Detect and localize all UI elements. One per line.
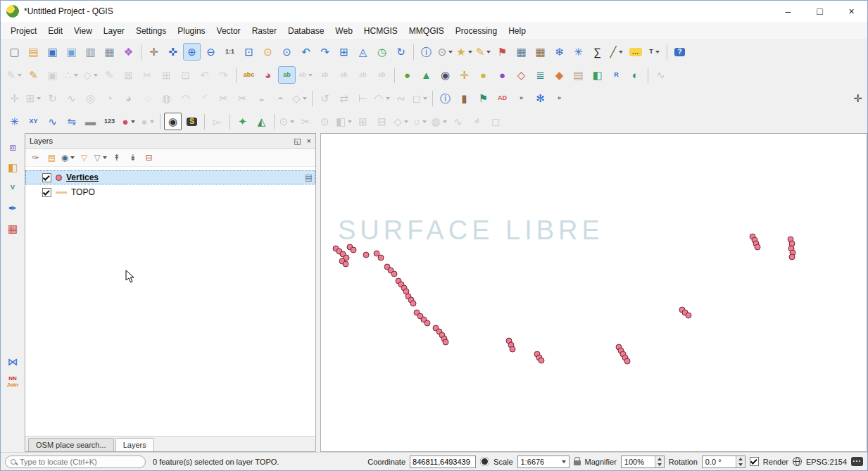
identify-features[interactable]: ⓘ (417, 43, 435, 61)
refresh-map[interactable]: ↻ (392, 43, 410, 61)
layer-item-vertices[interactable]: Vertices▤ (25, 170, 315, 184)
yellow-3d-box-icon[interactable]: ◧ (4, 158, 22, 176)
menu-layer[interactable]: Layer (98, 23, 130, 39)
zoom-full[interactable]: ⊡ (240, 43, 258, 61)
mouse-extent-icon[interactable] (480, 457, 489, 466)
target-crosshair-icon[interactable]: ✛ (849, 89, 867, 107)
layers-stack-purple-icon[interactable]: ⧈ (4, 138, 22, 156)
zoom-to-selection[interactable]: ⊙ (259, 43, 277, 61)
red-hexagon-icon[interactable]: ◇ (512, 66, 530, 84)
paper-map-icon[interactable]: ▤ (570, 66, 587, 84)
purple-globe-icon[interactable]: ● (493, 66, 511, 84)
new-project[interactable]: ▢ (6, 43, 23, 61)
new-map-view[interactable]: ⊞ (335, 43, 353, 61)
zoom-native-resolution[interactable]: 1:1 (221, 43, 239, 61)
nn-network-icon[interactable]: ⋈ (4, 353, 22, 370)
open-layer-styling-panel[interactable]: ✑ (28, 150, 43, 165)
layer-diagram[interactable]: ◕ (259, 66, 277, 84)
menu-help[interactable]: Help (503, 23, 532, 39)
colored-points-icon[interactable]: ● (120, 113, 137, 130)
show-layout-manager[interactable]: ▦ (101, 43, 118, 61)
green-cube-icon[interactable]: ◧ (589, 66, 606, 84)
snowflake-icon[interactable]: ❄ (551, 43, 568, 61)
map-canvas[interactable]: SURFACE LIBRE (320, 133, 867, 452)
float-panel-icon[interactable]: ◱ (294, 137, 301, 146)
xy-letters-icon[interactable]: XY (25, 113, 42, 130)
locate-search[interactable] (5, 456, 146, 468)
ruler-icon[interactable]: ▬ (82, 113, 99, 130)
binoculars-icon[interactable]: ◉ (436, 66, 454, 84)
menu-hcmgis[interactable]: HCMGIS (358, 23, 403, 39)
menu-raster[interactable]: Raster (246, 23, 282, 39)
blue-gears-icon[interactable]: ✻ (532, 89, 549, 107)
log-messages-icon[interactable] (851, 457, 863, 466)
measure-line[interactable]: ╱ (608, 43, 625, 61)
toggle-editing[interactable]: ✎ (25, 66, 42, 84)
collapse-all[interactable]: ↡ (125, 150, 140, 165)
close-panel-icon[interactable]: × (307, 137, 311, 145)
barrel-icon[interactable]: ▮ (455, 89, 473, 107)
locate-input[interactable] (20, 458, 140, 466)
pan-map[interactable]: ✛ (145, 43, 163, 61)
orange-polygon-icon[interactable]: ◆ (551, 66, 568, 84)
menu-vector[interactable]: Vector (211, 23, 246, 39)
map-tips[interactable]: … (627, 43, 644, 61)
filter-legend-by-expression[interactable]: ▽ (93, 150, 108, 165)
style-manager[interactable]: ❖ (120, 43, 137, 61)
menu-project[interactable]: Project (5, 23, 42, 39)
nn-join-text-icon[interactable]: NNJoin (4, 373, 22, 391)
menu-database[interactable]: Database (282, 23, 329, 39)
new-3d-map-view[interactable]: ◬ (354, 43, 372, 61)
v-vertices-icon[interactable]: V (4, 179, 22, 196)
select-by-value[interactable]: ★ (455, 43, 473, 61)
coordinate-input[interactable] (410, 456, 476, 468)
blue-squiggle-icon[interactable]: ∿ (44, 113, 61, 130)
s-letter-chip-icon[interactable]: S (183, 113, 201, 130)
crs-label[interactable]: EPSG:2154 (806, 458, 847, 466)
open-project[interactable]: ▤ (25, 43, 42, 61)
coordinate-capture-icon[interactable]: ✛ (455, 66, 473, 84)
raster-mountain-icon[interactable]: ◭ (253, 113, 270, 130)
pan-map-to-selection[interactable]: ✜ (164, 43, 182, 61)
help-contents[interactable]: ? (671, 43, 688, 61)
zoom-out[interactable]: ⊖ (202, 43, 220, 61)
highlight-pinned-labels[interactable]: ab (278, 66, 296, 84)
earth-globe-icon[interactable]: ◐ (627, 66, 644, 84)
layer-visibility-checkbox[interactable] (42, 173, 51, 182)
menu-processing[interactable]: Processing (450, 23, 503, 39)
teal-flag-icon[interactable]: ⚑ (474, 89, 492, 107)
yellow-dot-icon[interactable]: ● (474, 66, 492, 84)
zoom-in[interactable]: ⊕ (183, 43, 201, 61)
crs-globe-icon[interactable] (793, 457, 802, 466)
compass-box-icon[interactable]: ◉ (164, 113, 182, 130)
select-features[interactable]: ⊙ (436, 43, 454, 61)
r-letter-icon[interactable]: R (608, 66, 625, 84)
menu-settings[interactable]: Settings (130, 23, 172, 39)
layer-item-topo[interactable]: TOPO (25, 185, 315, 199)
lock-icon[interactable] (574, 460, 581, 465)
close-button[interactable]: × (836, 1, 867, 22)
zoom-next[interactable]: ↷ (316, 43, 334, 61)
layer-indicator-icon[interactable]: ▤ (305, 172, 313, 182)
info-circle-icon[interactable]: ⓘ (436, 89, 454, 107)
menu-edit[interactable]: Edit (42, 23, 68, 39)
overflow-chevron-1[interactable]: » (512, 89, 530, 107)
attribute-table[interactable]: ▦ (512, 43, 530, 61)
stacked-layers-icon[interactable]: ≣ (532, 66, 549, 84)
menu-plugins[interactable]: Plugins (172, 23, 210, 39)
numbers-123-icon[interactable]: 123 (101, 113, 118, 130)
zoom-last[interactable]: ↶ (297, 43, 315, 61)
sum-features[interactable]: ∑ (589, 43, 606, 61)
temporal-controller-panel[interactable]: ◷ (373, 43, 391, 61)
layer-visibility-checkbox[interactable] (42, 188, 51, 197)
layer-tree[interactable]: Vertices▤TOPO (25, 167, 315, 436)
maximize-button[interactable]: □ (804, 1, 836, 22)
edit-attributes[interactable]: ✎ (474, 43, 492, 61)
dock-tab-layers[interactable]: Layers (115, 438, 154, 451)
layer-labeling[interactable]: abc (240, 66, 258, 84)
new-print-layout[interactable]: ▥ (82, 43, 99, 61)
menu-view[interactable]: View (68, 23, 98, 39)
minimize-button[interactable]: – (772, 1, 804, 22)
ad-letters-icon[interactable]: AD (493, 89, 511, 107)
add-group[interactable]: ▤ (44, 150, 59, 165)
